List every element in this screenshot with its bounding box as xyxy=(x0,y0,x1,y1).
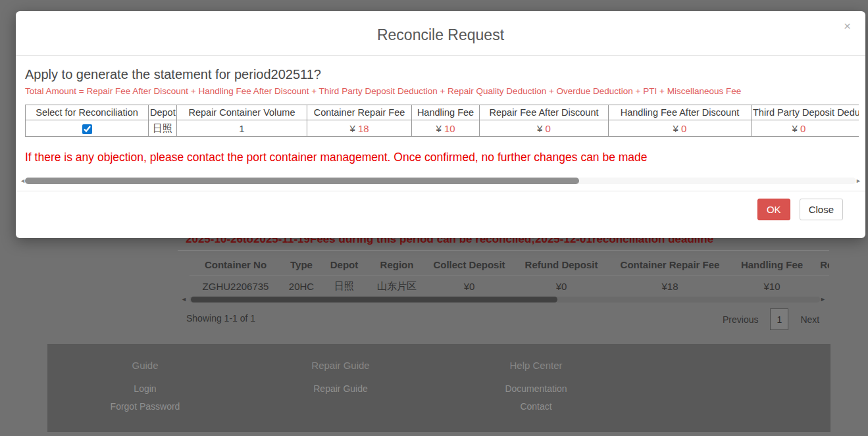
col-header-repair-fee-after-discount: Repair Fee After Discount xyxy=(480,105,609,120)
scroll-left-icon[interactable]: ◄ xyxy=(181,296,187,303)
footer-link-contact[interactable]: Contact xyxy=(438,401,634,412)
footer-column-guide: Guide Login Forgot Password xyxy=(47,360,243,419)
cell-region: 山东片区 xyxy=(367,280,426,293)
scroll-right-icon[interactable]: ► xyxy=(855,178,861,184)
reconcile-table-row: 日照 1 ¥ 18 ¥ 10 ¥ 0 ¥ xyxy=(26,120,859,137)
pagination-next[interactable]: Next xyxy=(800,314,819,325)
cell-third-party-deposit-deduction: ¥ 0 xyxy=(752,120,859,137)
reconciliation-table: Select for Reconciliation Depot Repair C… xyxy=(25,105,859,137)
objection-warning-text: If there is any objection, please contac… xyxy=(25,151,856,164)
scrollbar-thumb[interactable] xyxy=(191,297,557,303)
showing-results-text: Showing 1-1 of 1 xyxy=(186,313,255,324)
fee-amount: 18 xyxy=(358,123,369,134)
pagination-previous[interactable]: Previous xyxy=(723,314,758,325)
panel-divider xyxy=(178,250,829,251)
col-header-collect-deposit: Collect Deposit xyxy=(426,259,512,270)
footer-title: Help Center xyxy=(438,360,634,371)
modal-horizontal-scrollbar[interactable]: ◄ ► xyxy=(16,176,865,186)
footer-title: Guide xyxy=(47,360,243,371)
modal-header: Reconcile Request × xyxy=(16,11,865,56)
reconciliation-checkbox[interactable] xyxy=(82,124,92,134)
table-row: ZGHU2206735 20HC 日照 山东片区 ¥0 ¥0 ¥18 ¥10 xyxy=(190,276,829,297)
col-header-region: Region xyxy=(367,259,426,270)
col-header-handling-fee: Handling Fee xyxy=(412,105,480,120)
col-header-depot: Depot xyxy=(321,259,367,270)
pagination-page-1[interactable]: 1 xyxy=(770,308,788,330)
select-checkbox-cell xyxy=(26,120,149,137)
scrollbar-track[interactable] xyxy=(25,178,856,184)
col-header-depot: Depot xyxy=(149,105,177,120)
fee-amount: 0 xyxy=(546,123,551,134)
cell-repair-fee-after-discount: ¥ 0 xyxy=(480,120,609,137)
fee-amount: 0 xyxy=(681,123,686,134)
reconcile-request-modal: Reconcile Request × Apply to generate th… xyxy=(16,11,865,238)
currency-symbol: ¥ xyxy=(792,123,798,134)
cell-handling-fee-after-discount: ¥ 0 xyxy=(609,120,752,137)
footer-column-help-center: Help Center Documentation Contact xyxy=(438,360,634,419)
col-header-handling-fee: Handling Fee xyxy=(729,259,815,270)
background-horizontal-scrollbar[interactable]: ◄ ► xyxy=(178,295,829,305)
cell-handling-fee: ¥ 10 xyxy=(412,120,480,137)
ok-button[interactable]: OK xyxy=(757,199,790,220)
col-header-third-party-deposit-deduction: Third Party Deposit Deduction xyxy=(752,105,859,120)
footer-link-documentation[interactable]: Documentation xyxy=(438,383,634,394)
cell-depot: 日照 xyxy=(321,280,367,293)
modal-question-text: Apply to generate the statement for peri… xyxy=(25,67,856,82)
total-amount-formula: Total Amount = Repair Fee After Discount… xyxy=(25,86,856,96)
scrollbar-thumb[interactable] xyxy=(25,178,579,184)
cell-container-repair-fee: ¥ 18 xyxy=(307,120,412,137)
close-icon[interactable]: × xyxy=(844,20,851,32)
footer-column-repair-guide: Repair Guide Repair Guide xyxy=(243,360,438,419)
cell-container-no: ZGHU2206735 xyxy=(190,281,282,292)
fee-amount: 10 xyxy=(444,123,455,134)
cell-container-repair-fee: ¥18 xyxy=(611,281,729,292)
cell-refund-deposit: ¥0 xyxy=(512,281,611,292)
cell-type: 20HC xyxy=(282,281,321,292)
close-button[interactable]: Close xyxy=(800,199,843,220)
col-header-repair-container-volume: Repair Container Volume xyxy=(177,105,307,120)
cell-repair-container-volume: 1 xyxy=(177,120,307,137)
modal-title: Reconcile Request xyxy=(16,11,865,59)
footer-link-repair-guide[interactable]: Repair Guide xyxy=(243,383,438,394)
page-footer: Guide Login Forgot Password Repair Guide… xyxy=(47,344,830,432)
fee-amount: 0 xyxy=(800,123,805,134)
cell-depot: 日照 xyxy=(149,120,177,137)
reconcile-table-header-row: Select for Reconciliation Depot Repair C… xyxy=(26,105,859,120)
cell-handling-fee: ¥10 xyxy=(729,281,815,292)
table-header-row: Container No Type Depot Region Collect D… xyxy=(190,254,829,276)
footer-title: Repair Guide xyxy=(243,360,438,371)
currency-symbol: ¥ xyxy=(349,123,355,134)
footer-link-login[interactable]: Login xyxy=(47,383,243,394)
currency-symbol: ¥ xyxy=(673,123,678,134)
col-header-container-repair-fee: Container Repair Fee xyxy=(611,259,729,270)
modal-footer: OK Close xyxy=(25,191,856,220)
cell-collect-deposit: ¥0 xyxy=(426,281,512,292)
col-header-type: Type xyxy=(282,259,321,270)
col-header-refund-deposit: Refund Deposit xyxy=(512,259,611,270)
scrollbar-track[interactable] xyxy=(190,297,820,303)
pagination: Previous 1 Next xyxy=(723,308,819,330)
col-header-repair-fee-after-discount: Repair Fee After Discount xyxy=(815,259,829,270)
currency-symbol: ¥ xyxy=(436,123,441,134)
col-header-select-for-reconciliation: Select for Reconciliation xyxy=(26,105,149,120)
col-header-container-no: Container No xyxy=(190,259,282,270)
col-header-container-repair-fee: Container Repair Fee xyxy=(307,105,412,120)
col-header-handling-fee-after-discount: Handling Fee After Discount xyxy=(609,105,752,120)
currency-symbol: ¥ xyxy=(537,123,542,134)
scroll-right-icon[interactable]: ► xyxy=(820,296,826,303)
container-fees-table: Container No Type Depot Region Collect D… xyxy=(190,254,829,297)
footer-link-forgot-password[interactable]: Forgot Password xyxy=(47,401,243,412)
